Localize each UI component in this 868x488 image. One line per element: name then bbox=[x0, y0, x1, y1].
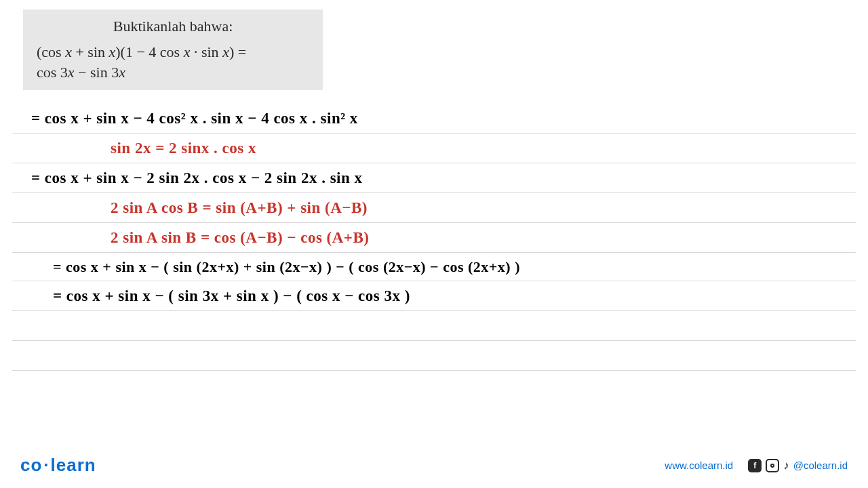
logo-text-right: learn bbox=[51, 455, 96, 475]
work-row: = cos x + sin x − ( sin (2x+x) + sin (2x… bbox=[12, 253, 856, 281]
work-row: = cos x + sin x − 2 sin 2x . cos x − 2 s… bbox=[12, 163, 856, 193]
work-row: 2 sin A cos B = sin (A+B) + sin (A−B) bbox=[12, 193, 856, 223]
identity-3: 2 sin A sin B = cos (A−B) − cos (A+B) bbox=[111, 229, 369, 247]
instagram-icon bbox=[766, 459, 779, 472]
problem-equation-line1: (cos x + sin x)(1 − 4 cos x · sin x) = bbox=[37, 42, 309, 62]
facebook-icon: f bbox=[748, 459, 762, 472]
work-row: 2 sin A sin B = cos (A−B) − cos (A+B) bbox=[12, 223, 856, 253]
work-row: = cos x + sin x − ( sin 3x + sin x ) − (… bbox=[12, 281, 856, 311]
identity-2: 2 sin A cos B = sin (A+B) + sin (A−B) bbox=[111, 199, 368, 217]
problem-box: Buktikanlah bahwa: (cos x + sin x)(1 − 4… bbox=[23, 9, 323, 90]
work-row: sin 2x = 2 sinx . cos x bbox=[12, 134, 856, 163]
problem-title: Buktikanlah bahwa: bbox=[37, 18, 309, 35]
work-row-empty bbox=[12, 311, 856, 341]
work-step-1: = cos x + sin x − 4 cos² x . sin x − 4 c… bbox=[31, 110, 358, 127]
work-area: = cos x + sin x − 4 cos² x . sin x − 4 c… bbox=[0, 104, 868, 371]
work-step-2: = cos x + sin x − 2 sin 2x . cos x − 2 s… bbox=[31, 169, 363, 187]
social-icons: f ♪ @colearn.id bbox=[748, 459, 848, 472]
logo-dot: · bbox=[43, 455, 49, 475]
website-url: www.colearn.id bbox=[665, 460, 733, 471]
identity-1: sin 2x = 2 sinx . cos x bbox=[111, 140, 256, 157]
footer-right: www.colearn.id f ♪ @colearn.id bbox=[665, 459, 848, 472]
tiktok-icon: ♪ bbox=[783, 459, 789, 472]
work-row-empty bbox=[12, 341, 856, 371]
problem-equation-line2: cos 3x − sin 3x bbox=[37, 62, 309, 83]
logo-text-left: co bbox=[20, 455, 42, 475]
work-step-4: = cos x + sin x − ( sin 3x + sin x ) − (… bbox=[53, 287, 410, 305]
work-row: = cos x + sin x − 4 cos² x . sin x − 4 c… bbox=[12, 104, 856, 134]
work-step-3: = cos x + sin x − ( sin (2x+x) + sin (2x… bbox=[53, 258, 520, 276]
social-handle: @colearn.id bbox=[793, 460, 848, 471]
footer: co·learn www.colearn.id f ♪ @colearn.id bbox=[0, 455, 868, 476]
logo: co·learn bbox=[20, 455, 96, 476]
